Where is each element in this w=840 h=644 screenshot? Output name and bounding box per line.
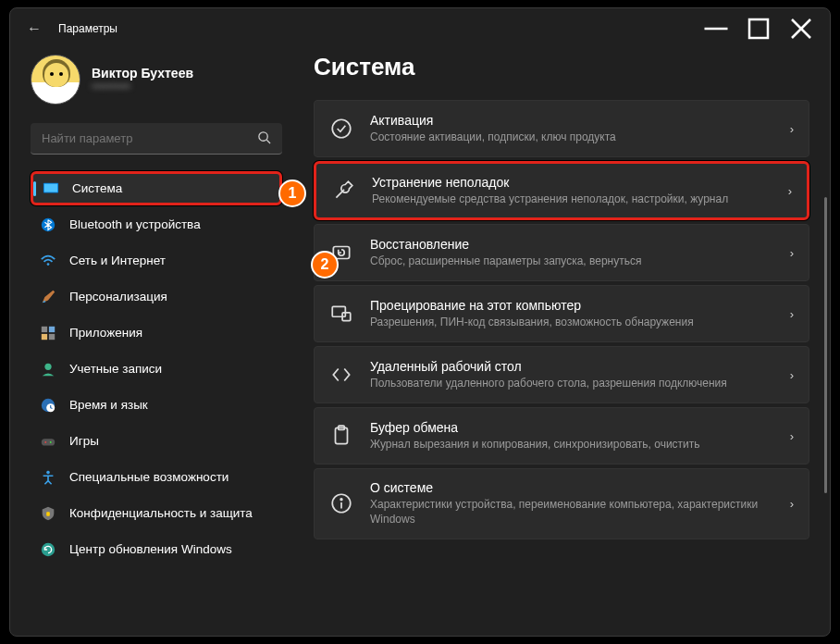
svg-point-4 [259,132,267,141]
globe-clock-icon [40,397,56,414]
sidebar: Виктор Бухтеев •••••••••• Система Blueto… [10,49,297,636]
main-panel: Система Активация Состояние активации, п… [297,49,830,636]
maximize-button[interactable] [737,15,780,43]
card-remote-desktop[interactable]: Удаленный рабочий стол Пользователи удал… [314,346,809,403]
sidebar-item-personalization[interactable]: Персонализация [31,279,282,314]
shield-icon [40,505,56,522]
sidebar-item-label: Bluetooth и устройства [69,217,201,231]
chevron-right-icon: › [790,497,794,511]
minimize-button[interactable] [695,15,737,43]
card-recovery[interactable]: Восстановление Сброс, расширенные параме… [314,224,809,281]
svg-rect-1 [749,19,768,38]
sidebar-item-accounts[interactable]: Учетные записи [31,352,282,386]
svg-rect-17 [42,439,55,445]
card-title: О системе [370,480,773,495]
svg-rect-11 [49,326,55,331]
card-subtitle: Характеристики устройства, переименовани… [370,497,773,526]
annotation-badge-2: 2 [311,251,339,279]
svg-point-14 [44,363,51,369]
annotation-badge-1: 1 [278,180,306,207]
svg-point-31 [340,499,342,501]
svg-rect-12 [42,333,47,339]
update-icon [40,541,56,558]
cards-list: Активация Состояние активации, подписки,… [314,100,809,539]
sidebar-item-label: Сеть и Интернет [69,254,166,267]
sidebar-item-label: Центр обновления Windows [69,542,232,556]
scrollbar[interactable] [824,197,827,493]
sidebar-item-label: Система [72,181,122,195]
chevron-right-icon: › [790,122,794,136]
back-button[interactable]: ← [23,20,45,37]
card-troubleshoot[interactable]: Устранение неполадок Рекомендуемые средс… [314,161,809,220]
check-circle-icon [329,117,353,141]
card-title: Устранение неполадок [372,175,772,190]
svg-point-20 [46,470,50,474]
sidebar-item-network[interactable]: Сеть и Интернет [31,243,282,278]
sidebar-item-apps[interactable]: Приложения [31,316,282,350]
svg-point-23 [332,119,351,138]
sidebar-item-accessibility[interactable]: Специальные возможности [31,460,282,494]
chevron-right-icon: › [788,184,792,198]
clipboard-icon [329,424,353,448]
svg-point-18 [44,441,46,443]
svg-point-22 [42,542,55,555]
search-input[interactable] [31,123,282,155]
card-subtitle: Рекомендуемые средства устранения непола… [372,192,772,206]
apps-icon [40,325,56,341]
sidebar-item-time-language[interactable]: Время и язык [31,388,282,422]
window-controls [695,15,822,43]
sidebar-item-label: Учетные записи [69,362,162,376]
info-icon [329,491,353,515]
card-subtitle: Журнал вырезания и копирования, синхрони… [370,437,773,452]
sidebar-item-label: Персонализация [69,290,167,303]
wrench-icon [331,179,355,203]
system-icon [43,180,59,197]
svg-point-19 [50,441,52,443]
accessibility-icon [40,469,56,486]
wifi-icon [40,253,56,269]
svg-rect-10 [42,326,47,331]
sidebar-item-privacy[interactable]: Конфиденциальность и защита [31,496,282,530]
card-clipboard[interactable]: Буфер обмена Журнал вырезания и копирова… [314,407,809,464]
bluetooth-icon [40,217,56,233]
window-title: Параметры [58,22,117,35]
svg-rect-13 [49,333,55,339]
card-activation[interactable]: Активация Состояние активации, подписки,… [314,100,809,157]
card-subtitle: Состояние активации, подписки, ключ прод… [370,130,773,144]
user-block[interactable]: Виктор Бухтеев •••••••••• [31,55,282,105]
chevron-right-icon: › [790,246,794,260]
card-title: Удаленный рабочий стол [370,359,773,374]
sidebar-item-windows-update[interactable]: Центр обновления Windows [31,532,282,566]
settings-window: ← Параметры Виктор Бухтеев •••••••••• [9,7,831,637]
svg-rect-21 [46,512,50,516]
card-title: Проецирование на этот компьютер [370,298,773,313]
card-about[interactable]: О системе Характеристики устройства, пер… [314,468,809,539]
chevron-right-icon: › [790,368,794,382]
sidebar-item-label: Время и язык [69,398,148,412]
sidebar-item-label: Специальные возможности [69,470,229,484]
sidebar-item-gaming[interactable]: Игры [31,424,282,458]
nav: Система Bluetooth и устройства Сеть и Ин… [31,171,282,566]
svg-point-9 [47,263,50,266]
card-subtitle: Пользователи удаленного рабочего стола, … [370,376,773,390]
card-subtitle: Разрешения, ПИН-код связывания, возможно… [370,315,773,329]
card-projecting[interactable]: Проецирование на этот компьютер Разрешен… [314,285,809,342]
card-subtitle: Сброс, расширенные параметры запуска, ве… [370,254,773,268]
sidebar-item-bluetooth[interactable]: Bluetooth и устройства [31,207,282,242]
chevron-right-icon: › [790,307,794,321]
brush-icon [40,289,56,305]
sidebar-item-label: Игры [69,434,99,448]
svg-rect-25 [332,307,345,317]
card-title: Буфер обмена [370,420,773,435]
person-icon [40,361,56,378]
page-title: Система [314,53,809,81]
svg-line-5 [266,140,270,143]
projecting-icon [329,302,353,326]
user-name: Виктор Бухтеев [92,66,193,80]
search-wrap [31,123,282,155]
card-title: Активация [370,113,773,128]
close-button[interactable] [780,15,822,43]
sidebar-item-label: Приложения [69,326,142,340]
sidebar-item-system[interactable]: Система [31,171,282,205]
card-title: Восстановление [370,237,773,252]
